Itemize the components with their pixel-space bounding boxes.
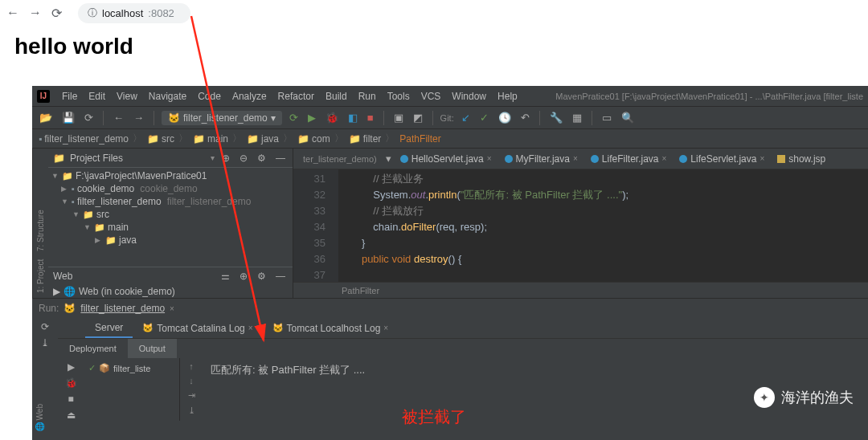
collapse-icon[interactable]: ⊕ [219, 153, 232, 164]
menu-navigate[interactable]: Navigate [143, 91, 192, 102]
coverage-icon[interactable]: ◧ [346, 112, 360, 124]
save-icon[interactable]: 💾 [59, 112, 77, 124]
code-editor[interactable]: 31323334353637 // 拦截业务 System.out.printl… [293, 169, 868, 282]
rail-web[interactable]: 🌐 Web [32, 401, 47, 435]
rerun-icon[interactable]: ⟳ [287, 112, 301, 124]
tree-item[interactable]: ▶▪cookie_democookie_demo [48, 182, 293, 195]
git-history-icon[interactable]: 🕓 [496, 112, 514, 124]
attach-icon[interactable]: ⤓ [41, 337, 49, 348]
git-commit-icon[interactable]: ✓ [477, 112, 491, 124]
run-tab-catalina[interactable]: 🐱Tomcat Catalina Log× [133, 318, 262, 338]
run-tab-server[interactable]: Server [85, 318, 133, 338]
gear-icon[interactable]: ⚙ [255, 153, 268, 164]
run-config-name[interactable]: filter_listener_demo [80, 303, 165, 314]
editor-tab[interactable]: MyFilter.java× [498, 149, 584, 169]
editor-tab[interactable]: LifeServlet.java× [673, 149, 771, 169]
tree-item[interactable]: ▶📁java [48, 234, 293, 246]
wrap-icon[interactable]: ⇥ [188, 390, 195, 401]
tree-item[interactable]: ▼▪filter_listener_demofilter_listener_de… [48, 195, 293, 208]
debug-icon[interactable]: 🐞 [65, 377, 77, 389]
close-icon[interactable]: × [760, 154, 764, 163]
search-icon[interactable]: 🔍 [619, 112, 637, 124]
editor-context-crumb[interactable]: PathFilter [293, 282, 868, 298]
menu-window[interactable]: Window [446, 91, 492, 102]
tree-item[interactable]: ▼📁src [48, 208, 293, 221]
reload-icon[interactable]: ⟳ [51, 6, 62, 21]
crumb-com[interactable]: com [312, 133, 330, 145]
layout-icon[interactable]: ▣ [391, 112, 406, 124]
dropdown-icon[interactable]: ▾ [211, 153, 215, 162]
ide-settings-icon[interactable]: 🔧 [547, 112, 565, 124]
rerun-icon[interactable]: ⟳ [41, 321, 49, 332]
git-revert-icon[interactable]: ↶ [518, 112, 532, 124]
rail-project[interactable]: 1: Project [35, 258, 47, 295]
project-panel-title[interactable]: Project Files [70, 153, 206, 164]
crumb-src[interactable]: src [162, 133, 174, 145]
rail-structure[interactable]: 7: Structure [35, 208, 47, 253]
menu-code[interactable]: Code [192, 91, 227, 102]
sync-icon[interactable]: ⟳ [82, 112, 96, 124]
run-icon[interactable]: ▶ [305, 112, 318, 124]
forward-icon[interactable]: → [29, 6, 42, 20]
editor-tab[interactable]: LifeFilter.java× [584, 149, 674, 169]
crumb-filter[interactable]: filter [363, 133, 382, 145]
tree-item[interactable]: ▼📁main [48, 221, 293, 234]
menu-view[interactable]: View [111, 91, 143, 102]
menu-file[interactable]: File [56, 91, 83, 102]
run-tab-localhost[interactable]: 🐱Tomcat Localhost Log× [263, 318, 399, 338]
url-bar[interactable]: ⓘ localhost:8082 [78, 3, 190, 23]
structure-icon[interactable]: ▦ [570, 112, 584, 124]
crumb-main[interactable]: main [207, 133, 228, 145]
gear-icon[interactable]: ⚙ [255, 271, 268, 282]
hide-icon[interactable]: — [273, 153, 288, 164]
web-tree-item[interactable]: ▶🌐Web (in cookie_demo) [48, 285, 293, 298]
web-panel-title[interactable]: Web [53, 271, 72, 282]
run-icon[interactable]: ▶ [68, 361, 75, 373]
stop-icon[interactable]: ■ [68, 393, 73, 405]
git-update-icon[interactable]: ↙ [459, 112, 473, 124]
code-lines[interactable]: // 拦截业务 System.out.println("匹配所有: 被 Path… [338, 169, 868, 282]
locate-icon[interactable]: ⊖ [237, 153, 250, 164]
menu-analyze[interactable]: Analyze [227, 91, 272, 102]
subtab-deployment[interactable]: Deployment [58, 339, 128, 358]
run-config-selector[interactable]: 🐱 filter_listener_demo ▾ [162, 111, 282, 125]
menu-refactor[interactable]: Refactor [272, 91, 320, 102]
menu-edit[interactable]: Edit [83, 91, 111, 102]
close-icon[interactable]: × [383, 324, 388, 332]
back-icon[interactable]: ← [6, 6, 19, 20]
menu-tools[interactable]: Tools [382, 91, 416, 102]
filter-icon[interactable]: ⚌ [219, 271, 232, 282]
presentation-icon[interactable]: ▭ [600, 112, 614, 124]
close-icon[interactable]: × [662, 154, 667, 163]
redo-icon[interactable]: → [131, 112, 146, 124]
subtab-output[interactable]: Output [128, 339, 177, 358]
scroll-icon[interactable]: ⤓ [188, 405, 195, 416]
crumb-module[interactable]: filter_listener_demo [44, 133, 129, 145]
stop-icon[interactable]: ■ [365, 112, 376, 124]
menu-vcs[interactable]: VCS [416, 91, 447, 102]
tool-icon[interactable]: ◩ [411, 112, 425, 124]
menu-build[interactable]: Build [320, 91, 353, 102]
close-icon[interactable]: × [170, 304, 174, 313]
undo-icon[interactable]: ← [111, 112, 126, 124]
close-icon[interactable]: × [487, 154, 492, 163]
crumb-class[interactable]: PathFilter [399, 133, 440, 145]
menu-help[interactable]: Help [492, 91, 523, 102]
open-icon[interactable]: 📂 [37, 112, 55, 124]
exit-icon[interactable]: ⏏ [67, 409, 76, 421]
down-icon[interactable]: ↓ [189, 376, 194, 385]
expand-icon[interactable]: ⊕ [237, 271, 250, 282]
deploy-item[interactable]: ✓📦filter_liste [87, 361, 176, 375]
crumb-java[interactable]: java [261, 133, 279, 145]
site-info-icon[interactable]: ⓘ [88, 6, 97, 20]
up-icon[interactable]: ↑ [189, 361, 194, 371]
editor-tab[interactable]: show.jsp [771, 149, 832, 169]
debug-icon[interactable]: 🐞 [323, 112, 341, 124]
tree-root[interactable]: ▼📁F:\javaProject\MavenPratice01 [48, 169, 293, 182]
hide-icon[interactable]: — [273, 271, 288, 282]
menu-run[interactable]: Run [353, 91, 382, 102]
close-icon[interactable]: × [573, 154, 578, 163]
close-icon[interactable]: × [248, 324, 253, 332]
tab-dropdown-icon[interactable]: ▾ [383, 153, 394, 165]
editor-tab[interactable]: HelloServlet.java× [394, 149, 498, 169]
